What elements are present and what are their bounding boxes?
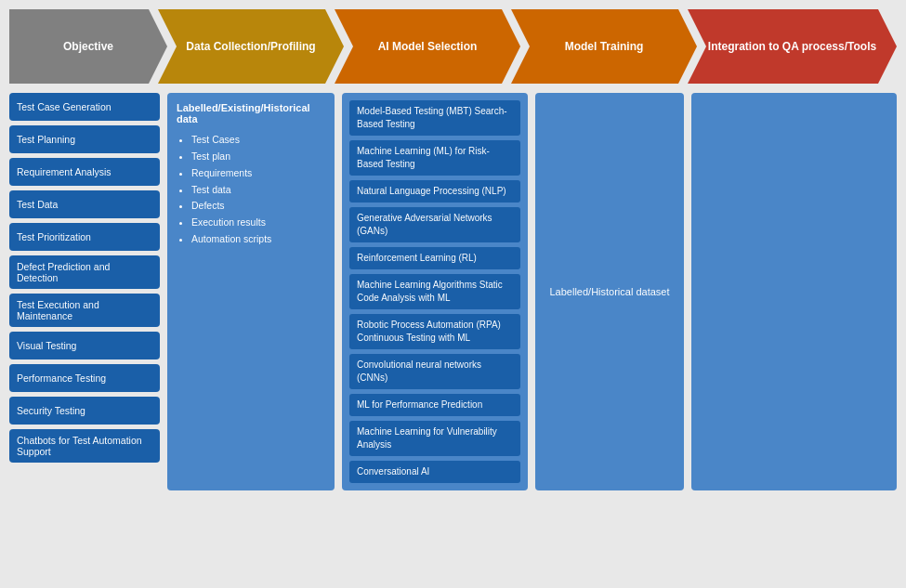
- objective-item: Test Data: [9, 190, 160, 218]
- objective-item: Chatbots for Test Automation Support: [9, 429, 160, 463]
- header-ai-model-label: AI Model Selection: [378, 40, 478, 53]
- ai-model-item: Convolutional neural networks (CNNs): [349, 354, 520, 389]
- objective-item: Test Planning: [9, 125, 160, 153]
- integration-column: [691, 93, 897, 490]
- data-collection-list: Test CasesTest planRequirementsTest data…: [177, 132, 325, 248]
- data-collection-column: Labelled/Existing/Historical data Test C…: [167, 93, 335, 490]
- header-data-collection: Data Collection/Profiling: [158, 9, 344, 84]
- header-model-training-label: Model Training: [565, 40, 644, 53]
- ai-model-column: Model-Based Testing (MBT) Search-Based T…: [342, 93, 528, 490]
- objective-item: Security Testing: [9, 397, 160, 425]
- data-collection-list-item: Automation scripts: [191, 231, 325, 248]
- content-area: Test Case GenerationTest PlanningRequire…: [9, 93, 897, 490]
- ai-model-item: Machine Learning (ML) for Risk-Based Tes…: [349, 140, 520, 176]
- ai-model-item: Machine Learning for Vulnerability Analy…: [349, 421, 520, 456]
- header-data-collection-label: Data Collection/Profiling: [186, 40, 315, 53]
- data-collection-list-item: Test plan: [191, 149, 325, 165]
- header-objective: Objective: [9, 9, 167, 84]
- objective-item: Test Execution and Maintenance: [9, 294, 160, 327]
- data-collection-list-item: Test data: [191, 182, 325, 199]
- objective-item: Test Prioritization: [9, 223, 160, 251]
- ai-model-item: Conversational AI: [349, 461, 520, 483]
- data-collection-title: Labelled/Existing/Historical data: [177, 102, 325, 124]
- objective-column: Test Case GenerationTest PlanningRequire…: [9, 93, 160, 490]
- objective-item: Test Case Generation: [9, 93, 160, 121]
- objective-item: Visual Testing: [9, 332, 160, 359]
- model-training-label: Labelled/Historical dataset: [549, 286, 669, 297]
- ai-model-item: Machine Learning Algorithms Static Code …: [349, 274, 520, 309]
- header-model-training: Model Training: [511, 9, 697, 84]
- data-collection-list-item: Test Cases: [191, 132, 325, 149]
- main-container: Objective Data Collection/Profiling AI M…: [0, 0, 906, 588]
- header-arrow: Objective Data Collection/Profiling AI M…: [9, 9, 897, 84]
- objective-item: Requirement Analysis: [9, 158, 160, 186]
- header-objective-label: Objective: [63, 40, 113, 53]
- data-collection-list-item: Execution results: [191, 215, 325, 231]
- ai-model-item: Generative Adversarial Networks (GANs): [349, 207, 520, 242]
- objective-item: Performance Testing: [9, 364, 160, 392]
- ai-model-item: Natural Language Processing (NLP): [349, 180, 520, 203]
- data-collection-list-item: Requirements: [191, 165, 325, 182]
- model-training-column: Labelled/Historical dataset: [535, 93, 684, 490]
- header-integration: Integration to QA process/Tools: [688, 9, 897, 84]
- ai-model-item: Reinforcement Learning (RL): [349, 247, 520, 269]
- data-collection-list-item: Defects: [191, 198, 325, 215]
- header-ai-model: AI Model Selection: [335, 9, 520, 84]
- ai-model-item: ML for Performance Prediction: [349, 394, 520, 416]
- header-integration-label: Integration to QA process/Tools: [708, 40, 876, 53]
- objective-item: Defect Prediction and Detection: [9, 255, 160, 289]
- ai-model-item: Robotic Process Automation (RPA) Continu…: [349, 314, 520, 349]
- ai-model-item: Model-Based Testing (MBT) Search-Based T…: [349, 100, 520, 136]
